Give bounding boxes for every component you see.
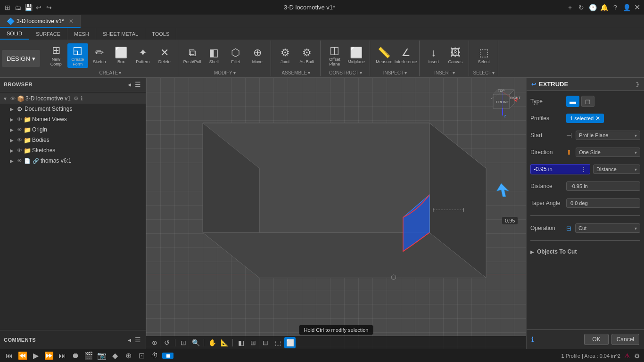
inspect-group-label[interactable]: INSPECT ▾: [383, 70, 407, 75]
measure-button[interactable]: 📏 Measure: [374, 43, 395, 68]
vt-display-mode-icon[interactable]: ◧: [235, 337, 247, 348]
vt-orbit-icon[interactable]: ↺: [161, 337, 173, 348]
vt-measure-icon[interactable]: 📐: [219, 337, 230, 348]
comments-options-icon[interactable]: ☰: [134, 335, 142, 345]
viewport[interactable]: 0.95 Hold Ctrl to modify selection FRONT…: [146, 78, 526, 349]
tree-root-eye[interactable]: 👁: [9, 96, 16, 101]
objects-cut-header[interactable]: ▶ Objects To Cut: [530, 247, 640, 257]
tree-root-info-icon[interactable]: ℹ: [81, 95, 83, 102]
start-dropdown[interactable]: Profile Plane ▾: [576, 131, 640, 140]
tree-item-named-views[interactable]: ▶ 👁 📁 Named Views: [0, 114, 146, 124]
delete-button[interactable]: ✕ Delete: [154, 43, 175, 68]
help-icon[interactable]: ?: [611, 4, 619, 11]
play-forward-button[interactable]: ⏩: [43, 351, 55, 360]
ribbon-tab-surface[interactable]: SURFACE: [29, 28, 67, 40]
profiles-clear-icon[interactable]: ✕: [595, 115, 600, 122]
keyframe-icon[interactable]: ◆: [109, 351, 121, 360]
shell-button[interactable]: ◧ Shell: [204, 43, 224, 68]
browser-options-icon[interactable]: ☰: [134, 80, 142, 89]
tree-named-views-eye[interactable]: 👁: [16, 116, 23, 122]
vt-snap-icon[interactable]: ⊟: [260, 337, 271, 348]
tree-expand-origin[interactable]: ▶: [8, 126, 15, 133]
profiles-badge[interactable]: 1 selected ✕: [566, 114, 604, 123]
push-pull-button[interactable]: ⧉ Push/Pull: [182, 43, 203, 68]
select-button[interactable]: ⬚ Select: [473, 43, 494, 68]
distance-input-kebab[interactable]: ⋮: [580, 165, 587, 173]
extent-type-dropdown[interactable]: Distance ▾: [593, 165, 640, 174]
refresh-icon[interactable]: ↻: [578, 4, 585, 11]
extrude-info-icon[interactable]: ℹ: [531, 336, 534, 343]
redo-icon[interactable]: ↪: [45, 4, 53, 11]
distance-input-wrap[interactable]: -0.95 in ⋮: [530, 164, 590, 174]
design-menu-button[interactable]: DESIGN ▾: [2, 50, 40, 67]
play-next-button[interactable]: ⏭: [57, 352, 68, 360]
pattern-button[interactable]: ✦ Pattern: [132, 43, 153, 68]
vt-active-button[interactable]: ⬜: [284, 337, 296, 348]
tab-locomotive[interactable]: 🔷 3-D locomotive v1* ✕: [0, 15, 81, 28]
ribbon-tab-tools[interactable]: TOOLS: [145, 28, 176, 40]
vt-hand-icon[interactable]: ✋: [206, 337, 218, 348]
interference-button[interactable]: ∠ Interference: [396, 43, 416, 68]
tree-item-doc-settings[interactable]: ▶ ⚙ Document Settings: [0, 104, 146, 114]
tree-item-origin[interactable]: ▶ 👁 📁 Origin: [0, 124, 146, 135]
modify-group-label[interactable]: MODIFY ▾: [214, 70, 236, 75]
box-button[interactable]: ⬜ Box: [111, 43, 132, 68]
tree-bodies-eye[interactable]: 👁: [16, 137, 23, 143]
tree-thomas-eye[interactable]: 👁: [16, 158, 23, 164]
fillet-button[interactable]: ⬡ Fillet: [225, 43, 246, 68]
viewcube[interactable]: FRONT RIGHT TOP Z X: [484, 82, 521, 120]
tree-expand-sketches[interactable]: ▶: [8, 147, 15, 154]
save-icon[interactable]: 💾: [25, 4, 32, 11]
play-button[interactable]: ▶: [30, 351, 41, 360]
window-close-button[interactable]: ✕: [634, 3, 640, 12]
joint-button[interactable]: ⚙ Joint: [275, 43, 296, 68]
undo-icon[interactable]: ↩: [35, 4, 42, 11]
operation-dropdown[interactable]: Cut ▾: [575, 223, 640, 233]
play-prev-button[interactable]: ⏮: [4, 352, 15, 360]
tree-sketches-eye[interactable]: 👁: [16, 148, 23, 153]
play-back-button[interactable]: ⏪: [17, 351, 28, 360]
create-group-label[interactable]: CREATE ▾: [99, 70, 121, 75]
app-grid-icon[interactable]: ⊞: [4, 4, 11, 11]
tree-item-thomas[interactable]: ▶ 👁 📄 🔗 thomas v6:1: [0, 156, 146, 166]
tree-item-sketches[interactable]: ▶ 👁 📁 Sketches: [0, 145, 146, 156]
tree-root-expand[interactable]: ▼: [2, 95, 8, 102]
ribbon-tab-solid[interactable]: SOLID: [0, 28, 29, 40]
cancel-button[interactable]: Cancel: [611, 334, 639, 345]
type-solid-button[interactable]: ▬: [566, 96, 579, 107]
file-icon[interactable]: 🗂: [14, 4, 22, 11]
insert-group-label[interactable]: INSERT ▾: [434, 70, 455, 75]
tree-root-item[interactable]: ▼ 👁 📦 3-D locomotive v1 ⚙ ℹ: [0, 93, 146, 104]
tree-origin-eye[interactable]: 👁: [16, 127, 23, 132]
tree-expand-bodies[interactable]: ▶: [8, 137, 15, 143]
midplane-button[interactable]: ⬜ Midplane: [346, 43, 367, 68]
comments-collapse-icon[interactable]: ◂: [127, 335, 132, 345]
create-form-button[interactable]: ◱ Create Form: [67, 43, 88, 68]
distance-value-field[interactable]: -0.95 in: [566, 181, 640, 191]
direction-dropdown[interactable]: One Side ▾: [576, 148, 640, 157]
asbuilt-joint-button[interactable]: ⚙ As-Built: [297, 43, 317, 68]
vt-pan-icon[interactable]: ⊕: [149, 337, 160, 348]
new-component-button[interactable]: ⊞ New Comp: [46, 43, 66, 68]
extrude-expand-icon[interactable]: ⟫: [636, 81, 639, 88]
ribbon-tab-sheetmetal[interactable]: SHEET METAL: [96, 28, 145, 40]
vt-grid-icon[interactable]: ⊞: [248, 337, 259, 348]
timeline-icon[interactable]: ⏱: [149, 352, 160, 360]
tab-close-icon[interactable]: ✕: [69, 18, 74, 25]
vt-fit-view-icon[interactable]: ⊡: [178, 337, 189, 348]
assemble-group-label[interactable]: ASSEMBLE ▾: [281, 70, 310, 75]
tree-item-bodies[interactable]: ▶ 👁 📁 Bodies: [0, 135, 146, 145]
ribbon-tab-mesh[interactable]: MESH: [67, 28, 96, 40]
construct-group-label[interactable]: CONSTRUCT ▾: [329, 70, 362, 75]
taper-value-field[interactable]: 0.0 deg: [566, 198, 640, 208]
tree-root-settings-icon[interactable]: ⚙: [74, 95, 79, 102]
settings-icon[interactable]: ⚙: [634, 352, 640, 360]
add-tab-icon[interactable]: +: [566, 4, 574, 11]
tree-expand-named-views[interactable]: ▶: [8, 116, 15, 123]
ok-button[interactable]: OK: [584, 334, 608, 345]
offset-plane-button[interactable]: ◫ Offset Plane: [324, 43, 345, 68]
animation-icon[interactable]: 🎬: [83, 351, 94, 360]
move-button[interactable]: ⊕ Move: [247, 43, 268, 68]
type-surface-button[interactable]: ◻: [581, 96, 594, 107]
vt-environment-icon[interactable]: ⬚: [272, 337, 283, 348]
